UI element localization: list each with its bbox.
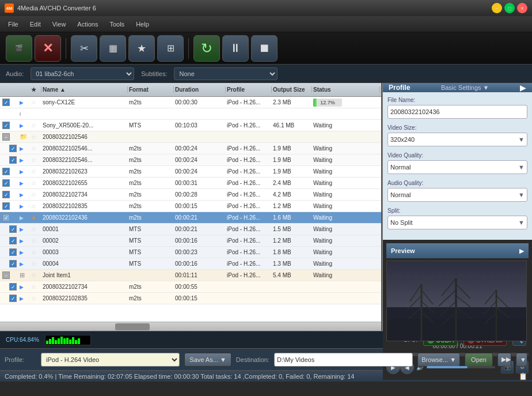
- table-row[interactable]: ✓ ▶ ☆ 20080322102546... m2ts 00:00:24 iP…: [0, 143, 381, 154]
- clip-button[interactable]: ✂: [71, 35, 97, 62]
- destination-input[interactable]: [274, 353, 413, 367]
- table-row[interactable]: ✓ ▶ ☆ 20080322102655 m2ts 00:00:31 iPod …: [0, 178, 381, 189]
- maximize-button[interactable]: □: [504, 3, 515, 13]
- video-quality-select[interactable]: Normal ▼: [387, 160, 527, 174]
- row-check[interactable]: ✓: [1, 237, 18, 244]
- close-button[interactable]: ×: [517, 3, 527, 13]
- checkbox[interactable]: ✓: [9, 145, 17, 152]
- effect-button[interactable]: ▦: [100, 35, 126, 62]
- row-check[interactable]: ✓: [1, 202, 18, 210]
- checkbox[interactable]: ✓: [9, 237, 17, 244]
- row-check[interactable]: ✓: [1, 191, 18, 198]
- menu-file[interactable]: File: [2, 18, 24, 30]
- menu-actions[interactable]: Actions: [71, 18, 104, 30]
- forward-button[interactable]: ▶▶: [497, 353, 511, 367]
- checkbox[interactable]: ✓: [2, 179, 10, 187]
- row-check[interactable]: ✓: [1, 168, 18, 175]
- checkbox[interactable]: ✓: [9, 156, 17, 164]
- row-check[interactable]: ✓: [1, 260, 18, 267]
- scrollbar-thumb[interactable]: [115, 323, 150, 330]
- table-row-joint[interactable]: − ⊞ ☆ Joint Item1 00:01:11 iPod - H.26..…: [0, 270, 381, 281]
- row-star[interactable]: ☆: [30, 99, 41, 105]
- row-star[interactable]: ☆: [30, 237, 41, 244]
- menu-help[interactable]: Help: [130, 18, 155, 30]
- pause-button[interactable]: ⏸: [222, 35, 249, 62]
- row-check[interactable]: ✓: [1, 248, 18, 256]
- row-star[interactable]: ☆: [30, 261, 41, 267]
- subtitles-select[interactable]: None: [174, 67, 278, 80]
- preview-expand-icon[interactable]: ▶: [519, 247, 524, 255]
- table-row[interactable]: ✓ ▶ ☆ Sony_XR500E-20... MTS 00:10:03 iPo…: [0, 120, 381, 131]
- row-check[interactable]: ✓: [1, 214, 18, 221]
- checkbox[interactable]: ✓: [9, 260, 17, 267]
- row-check[interactable]: ✓: [1, 295, 18, 302]
- table-row[interactable]: ✓ ▶ ☆ 20080322102835 m2ts 00:00:15 iPod …: [0, 201, 381, 212]
- table-row[interactable]: ✓ ▶ ☆ sony-CX12E m2ts 00:00:30 iPod - H.…: [0, 97, 381, 108]
- row-check[interactable]: ✓: [1, 179, 18, 187]
- checkbox[interactable]: ✓: [9, 283, 17, 291]
- row-star[interactable]: ☆: [30, 249, 41, 255]
- row-check[interactable]: ✓: [1, 283, 18, 291]
- menu-view[interactable]: View: [47, 18, 72, 30]
- table-row[interactable]: ✓ ▶ ☆ 20080322102734 m2ts 00:00:55: [0, 281, 381, 293]
- row-check[interactable]: ✓: [1, 122, 18, 129]
- checkbox[interactable]: ✓: [2, 168, 10, 175]
- checkbox-minus[interactable]: −: [2, 271, 10, 279]
- basic-settings-button[interactable]: Basic Settings ▼: [441, 84, 489, 91]
- join-button[interactable]: ⊞: [157, 35, 184, 62]
- checkbox[interactable]: ✓: [9, 225, 17, 233]
- file-name-input[interactable]: [387, 105, 527, 119]
- table-row[interactable]: ✓ ▶ ☆ 00001 MTS 00:00:21 iPod - H.26... …: [0, 224, 381, 235]
- checkbox[interactable]: ✓: [2, 122, 10, 129]
- checkbox[interactable]: ✓: [9, 248, 17, 256]
- row-check[interactable]: −: [1, 271, 18, 279]
- col-name[interactable]: Name ▲: [41, 86, 128, 93]
- audio-select[interactable]: 01 liba52-6ch: [31, 67, 134, 80]
- stop-button[interactable]: ⏹: [251, 35, 278, 62]
- checkbox[interactable]: ✓: [2, 202, 10, 210]
- audio-quality-select[interactable]: Normal ▼: [387, 188, 527, 202]
- row-star[interactable]: ☆: [30, 203, 41, 209]
- minimize-button[interactable]: −: [492, 3, 502, 13]
- row-star[interactable]: ☆: [30, 145, 41, 152]
- row-star[interactable]: ☆: [30, 157, 41, 163]
- convert-button[interactable]: ↻: [193, 35, 220, 62]
- checkbox[interactable]: ✓: [9, 295, 17, 302]
- volume-slider[interactable]: [427, 366, 495, 368]
- table-row[interactable]: ✓ ▶ ☆ 00004 MTS 00:00:16 iPod - H.26... …: [0, 258, 381, 270]
- checkbox[interactable]: ✓: [2, 99, 10, 106]
- row-check[interactable]: ✓: [1, 145, 18, 152]
- row-star[interactable]: ☆: [30, 226, 41, 232]
- row-star[interactable]: ☆: [30, 180, 41, 186]
- video-size-select[interactable]: 320x240 ▼: [387, 133, 527, 146]
- dropdown-button[interactable]: ▼: [516, 353, 527, 367]
- table-row[interactable]: ✓ ▶ ☆ 20080322102734 m2ts 00:00:28 iPod …: [0, 189, 381, 201]
- profile-dropdown[interactable]: iPod - H.264 Video: [41, 353, 180, 367]
- table-row[interactable]: ✓ ▶ ☆ 20080322102835 m2ts 00:00:15: [0, 293, 381, 304]
- add-video-button[interactable]: 🎬: [6, 35, 32, 62]
- horizontal-scrollbar[interactable]: [0, 322, 381, 331]
- row-star[interactable]: ☆: [30, 122, 41, 129]
- col-status[interactable]: Status: [312, 86, 380, 93]
- row-star[interactable]: ☆: [30, 191, 41, 198]
- row-star[interactable]: ★: [30, 214, 41, 221]
- open-button[interactable]: Open: [465, 353, 493, 367]
- save-as-button[interactable]: Save As... ▼: [184, 353, 231, 367]
- table-row-folder[interactable]: − 📁 ☆ 20080322102546: [0, 131, 381, 143]
- table-row-selected[interactable]: ✓ ▶ ★ 20080322102436 m2ts 00:00:21 iPod …: [0, 212, 381, 224]
- row-star[interactable]: ☆: [30, 134, 41, 140]
- row-check[interactable]: ✓: [1, 156, 18, 164]
- profile-panel-expand-icon[interactable]: ▶: [520, 83, 526, 92]
- row-check[interactable]: ✓: [1, 225, 18, 233]
- menu-edit[interactable]: Edit: [24, 18, 47, 30]
- menu-tools[interactable]: Tools: [104, 18, 130, 30]
- watermark-button[interactable]: ★: [128, 35, 155, 62]
- row-check[interactable]: −: [1, 133, 18, 141]
- col-format[interactable]: Format: [128, 86, 174, 93]
- checkbox[interactable]: ✓: [2, 214, 10, 221]
- row-star[interactable]: ☆: [30, 295, 41, 301]
- row-star[interactable]: ☆: [30, 168, 41, 175]
- split-select[interactable]: No Split ▼: [387, 216, 527, 229]
- browse-button[interactable]: Browse... ▼: [417, 353, 460, 367]
- table-row[interactable]: ✓ ▶ ☆ 20080322102623 m2ts 00:00:24 iPod …: [0, 166, 381, 178]
